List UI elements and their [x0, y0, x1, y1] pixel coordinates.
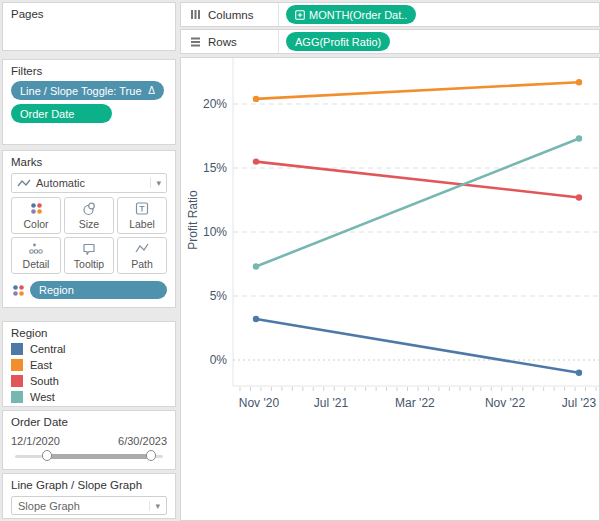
- y-tick-label: 0%: [210, 353, 228, 367]
- legend-swatch: [11, 343, 23, 355]
- x-tick-label: Jul '21: [314, 396, 349, 410]
- columns-shelf[interactable]: Columns MONTH(Order Dat..: [180, 2, 600, 27]
- x-tick-label: Nov '20: [239, 396, 280, 410]
- data-point[interactable]: [253, 158, 259, 164]
- x-tick-label: Jul '23: [562, 396, 597, 410]
- legend-swatch: [11, 391, 23, 403]
- encoding-pill-region[interactable]: Region: [30, 281, 167, 299]
- legend-item-west[interactable]: West: [11, 391, 167, 403]
- mark-btn-label: Tooltip: [74, 258, 104, 270]
- filters-shelf[interactable]: Filters Line / Slope Toggle: True Δ Orde…: [2, 59, 176, 145]
- legend-label: East: [30, 359, 52, 371]
- color-button[interactable]: Color: [11, 197, 61, 234]
- data-point[interactable]: [253, 263, 259, 269]
- pill-month-order-date[interactable]: MONTH(Order Dat..: [286, 5, 416, 24]
- pages-title: Pages: [11, 8, 167, 20]
- y-axis-title: Profit Ratio: [186, 190, 200, 250]
- mark-btn-label: Label: [129, 218, 155, 230]
- parameter-title: Line Graph / Slope Graph: [11, 479, 167, 491]
- path-button[interactable]: Path: [117, 237, 167, 274]
- date-range-end: 6/30/2023: [118, 435, 167, 447]
- date-filter-title: Order Date: [11, 416, 167, 428]
- expand-plus-icon[interactable]: [295, 10, 305, 20]
- size-button[interactable]: Size: [64, 197, 114, 234]
- date-range-start: 12/1/2020: [11, 435, 60, 447]
- slider-handle-start[interactable]: [42, 450, 52, 461]
- rows-shelf[interactable]: Rows AGG(Profit Ratio): [180, 29, 600, 54]
- y-tick-label: 5%: [210, 289, 228, 303]
- date-range-filter-card: Order Date 12/1/2020 6/30/2023: [2, 410, 176, 470]
- y-tick-label: 10%: [203, 225, 227, 239]
- parameter-card: Line Graph / Slope Graph Slope Graph ▾: [2, 473, 176, 519]
- parameter-dropdown[interactable]: Slope Graph ▾: [11, 496, 167, 515]
- path-icon: [134, 241, 150, 256]
- series-central[interactable]: [253, 316, 582, 376]
- pill-label: AGG(Profit Ratio): [295, 36, 381, 48]
- pages-shelf[interactable]: Pages: [2, 2, 176, 51]
- line-mark-icon: [17, 177, 31, 189]
- legend-item-east[interactable]: East: [11, 359, 167, 371]
- slope-chart[interactable]: 0%5%10%15%20%Nov '20Jul '21Mar '22Nov '2…: [181, 58, 600, 521]
- worksheet-view[interactable]: 0%5%10%15%20%Nov '20Jul '21Mar '22Nov '2…: [180, 57, 600, 521]
- legend-swatch: [11, 359, 23, 371]
- legend-label: Central: [30, 343, 65, 355]
- color-encoding-icon: [11, 283, 26, 298]
- series-east[interactable]: [253, 79, 582, 102]
- data-point[interactable]: [576, 194, 582, 200]
- rows-shelf-label: Rows: [208, 36, 237, 48]
- slider-selected-range[interactable]: [46, 454, 148, 459]
- legend-label: West: [30, 391, 55, 403]
- slider-handle-end[interactable]: [146, 450, 156, 461]
- filter-pill-label: Order Date: [20, 108, 74, 120]
- legend-label: South: [30, 375, 59, 387]
- chevron-down-icon[interactable]: ▾: [149, 501, 160, 511]
- y-tick-label: 15%: [203, 161, 227, 175]
- parameter-value: Slope Graph: [18, 500, 80, 512]
- y-tick-label: 20%: [203, 97, 227, 111]
- mark-type-dropdown[interactable]: Automatic ▾: [11, 173, 167, 193]
- data-point[interactable]: [253, 96, 259, 102]
- data-point[interactable]: [253, 316, 259, 322]
- marks-card: Marks Automatic ▾ Color Size Label: [2, 150, 176, 308]
- mark-btn-label: Detail: [23, 258, 50, 270]
- legend-item-south[interactable]: South: [11, 375, 167, 387]
- tooltip-icon: [81, 241, 97, 256]
- detail-icon: [28, 241, 44, 256]
- mark-btn-label: Size: [79, 218, 99, 230]
- data-point[interactable]: [576, 79, 582, 85]
- mark-btn-label: Color: [23, 218, 48, 230]
- date-range-slider[interactable]: [11, 450, 167, 462]
- data-point[interactable]: [576, 135, 582, 141]
- filter-pill-label: Line / Slope Toggle: True: [20, 85, 142, 97]
- filter-pill-line-slope-toggle[interactable]: Line / Slope Toggle: True Δ: [11, 81, 164, 100]
- filter-pill-order-date[interactable]: Order Date: [11, 104, 112, 123]
- legend-swatch: [11, 375, 23, 387]
- detail-button[interactable]: Detail: [11, 237, 61, 274]
- columns-shelf-label: Columns: [208, 9, 253, 21]
- x-tick-label: Nov '22: [485, 396, 526, 410]
- legend-item-central[interactable]: Central: [11, 343, 167, 355]
- legend-title: Region: [11, 327, 167, 339]
- series-south[interactable]: [253, 158, 582, 200]
- color-legend: Region Central East South West: [2, 321, 176, 407]
- rows-icon: [189, 35, 202, 48]
- size-icon: [81, 201, 97, 216]
- label-button[interactable]: Label: [117, 197, 167, 234]
- marks-title: Marks: [11, 156, 167, 168]
- encoding-pill-label: Region: [39, 284, 74, 296]
- mark-btn-label: Path: [131, 258, 153, 270]
- series-west[interactable]: [253, 135, 582, 269]
- filters-title: Filters: [11, 65, 167, 77]
- columns-icon: [189, 8, 202, 21]
- x-tick-label: Mar '22: [395, 396, 435, 410]
- label-icon: [134, 201, 150, 216]
- tooltip-button[interactable]: Tooltip: [64, 237, 114, 274]
- delta-icon: Δ: [144, 85, 155, 96]
- mark-type-value: Automatic: [36, 177, 85, 189]
- chevron-down-icon[interactable]: ▾: [150, 178, 161, 188]
- pill-agg-profit-ratio[interactable]: AGG(Profit Ratio): [286, 32, 390, 51]
- pill-label: MONTH(Order Dat..: [309, 9, 407, 21]
- color-icon: [29, 201, 44, 216]
- data-point[interactable]: [576, 370, 582, 376]
